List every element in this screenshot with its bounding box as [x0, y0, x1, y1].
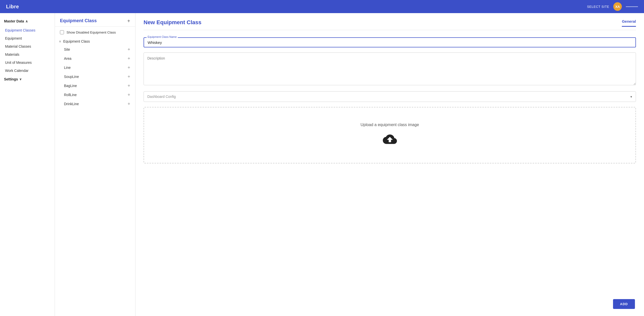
description-textarea[interactable] [144, 52, 636, 85]
tree-item-site-add[interactable]: + [127, 47, 130, 52]
tree-item-site-label: Site [64, 47, 70, 51]
top-nav-right: SELECT SITE XA ━━━━━━ [587, 2, 638, 11]
equipment-class-panel: Equipment Class + Show Disabled Equipmen… [55, 13, 135, 316]
eq-panel-add-button[interactable]: + [127, 18, 130, 23]
form-panel-title: New Equipment Class [144, 19, 201, 26]
tree-item-line-label: Line [64, 66, 71, 70]
tree-item-soupline-label: SoupLine [64, 75, 79, 79]
equipment-class-name-input[interactable] [148, 40, 632, 45]
sidebar-item-equipment-classes[interactable]: Equipment Classes [0, 26, 55, 34]
settings-chevron: ∨ [19, 77, 22, 81]
dashboard-config-placeholder: Dashboard Config [147, 95, 176, 99]
avatar: XA [613, 2, 622, 11]
tree-item-soupline[interactable]: SoupLine + [55, 72, 135, 81]
tree-item-drinkline[interactable]: DrinkLine + [55, 99, 135, 108]
upload-label: Upload a equipment class image [360, 123, 419, 127]
eq-class-header[interactable]: ∨ Equipment Class [55, 38, 135, 45]
tab-general[interactable]: General [622, 19, 636, 27]
description-group [144, 52, 636, 86]
tree-item-area-add[interactable]: + [127, 56, 130, 61]
equipment-class-name-group: Equipment Class Name [144, 37, 636, 47]
tree-item-area[interactable]: Area + [55, 54, 135, 63]
main-layout: Master Data ∧ Equipment Classes Equipmen… [0, 13, 644, 316]
sidebar-item-material-classes[interactable]: Material Classes [0, 42, 55, 50]
form-panel: New Equipment Class General Equipment Cl… [135, 13, 644, 316]
tree-item-area-label: Area [64, 56, 72, 61]
eq-panel-title: Equipment Class [60, 18, 97, 23]
app-title: Libre [6, 4, 19, 10]
tree-item-rollline[interactable]: RollLine + [55, 90, 135, 99]
tree-item-drinkline-add[interactable]: + [127, 102, 130, 106]
add-button[interactable]: ADD [613, 299, 635, 309]
dashboard-config-arrow-icon: ▾ [630, 95, 632, 99]
sidebar-item-unit-of-measures[interactable]: Unit of Measures [0, 59, 55, 67]
tree-item-soupline-add[interactable]: + [127, 74, 130, 79]
sidebar-item-equipment[interactable]: Equipment [0, 34, 55, 42]
content-area: Equipment Class + Show Disabled Equipmen… [55, 13, 644, 316]
tree-item-drinkline-label: DrinkLine [64, 102, 79, 106]
username-display: ━━━━━━ [626, 5, 638, 9]
upload-area[interactable]: Upload a equipment class image [144, 107, 636, 163]
show-disabled-checkbox[interactable] [60, 30, 64, 34]
sidebar-item-materials[interactable]: Materials [0, 50, 55, 59]
tree-item-line[interactable]: Line + [55, 63, 135, 72]
equipment-class-name-field: Equipment Class Name [144, 37, 636, 47]
master-data-chevron: ∧ [25, 19, 28, 23]
dashboard-config-select[interactable]: Dashboard Config ▾ [144, 91, 636, 102]
form-panel-header: New Equipment Class General [144, 19, 636, 30]
eq-class-chevron: ∨ [59, 40, 61, 43]
tree-item-site[interactable]: Site + [55, 45, 135, 54]
settings-label: Settings [4, 77, 18, 81]
equipment-class-name-label: Equipment Class Name [147, 35, 178, 38]
settings-header[interactable]: Settings ∨ [0, 75, 55, 84]
upload-cloud-icon [383, 133, 397, 148]
tree-item-bagline[interactable]: BagLine + [55, 81, 135, 90]
eq-panel-header: Equipment Class + [55, 13, 135, 27]
tree-item-bagline-label: BagLine [64, 84, 77, 88]
sidebar-item-work-calendar[interactable]: Work Calendar [0, 67, 55, 75]
show-disabled-label: Show Disabled Equipment Class [66, 31, 116, 34]
top-nav: Libre SELECT SITE XA ━━━━━━ [0, 0, 644, 13]
tree-item-rollline-add[interactable]: + [127, 93, 130, 97]
dashboard-config-group: Dashboard Config ▾ [144, 91, 636, 102]
eq-class-header-label: Equipment Class [63, 39, 90, 43]
tree-item-bagline-add[interactable]: + [127, 83, 130, 88]
show-disabled-row: Show Disabled Equipment Class [55, 27, 135, 38]
select-site-button[interactable]: SELECT SITE [587, 5, 609, 9]
master-data-label: Master Data [4, 19, 24, 23]
sidebar: Master Data ∧ Equipment Classes Equipmen… [0, 13, 55, 316]
master-data-header[interactable]: Master Data ∧ [4, 17, 51, 25]
master-data-section: Master Data ∧ [0, 13, 55, 26]
tree-item-rollline-label: RollLine [64, 93, 77, 97]
tree-item-line-add[interactable]: + [127, 65, 130, 70]
